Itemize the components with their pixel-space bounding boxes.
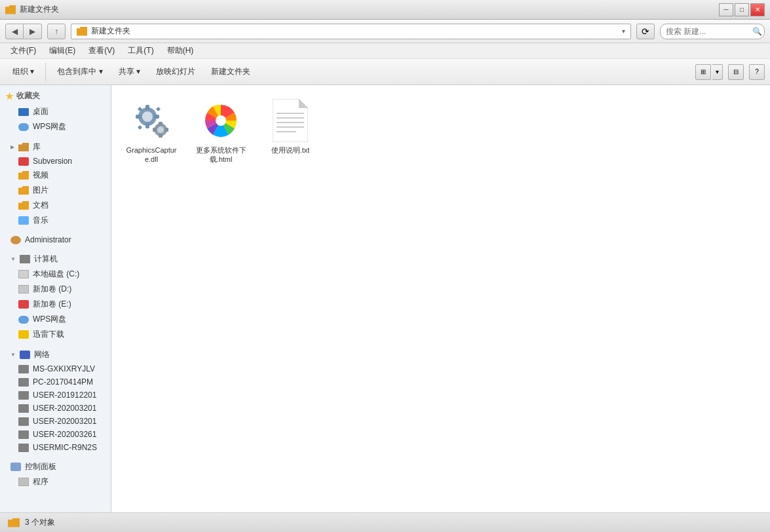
cloud-icon-1: [18, 123, 29, 131]
share-button[interactable]: 共享 ▾: [111, 62, 147, 83]
sidebar-item-net3[interactable]: USER-201912201: [0, 389, 111, 402]
sidebar-drive-e-label: 新加卷 (E:): [33, 299, 71, 310]
up-button[interactable]: ↑: [47, 24, 66, 39]
minimize-button[interactable]: ─: [719, 3, 733, 16]
sidebar-desktop-label: 桌面: [33, 106, 48, 117]
content-area: GraphicsCapture.dll: [111, 85, 770, 512]
net1-icon: [18, 365, 29, 373]
computer-icon: [20, 255, 30, 263]
help-button[interactable]: ?: [749, 64, 765, 80]
forward-button[interactable]: ▶: [24, 24, 42, 39]
close-button[interactable]: ✕: [750, 3, 765, 16]
sidebar-item-thunder[interactable]: 迅雷下载: [0, 327, 111, 342]
star-icon: ★: [5, 91, 14, 102]
net4-icon: [18, 404, 29, 413]
address-bar: ◀ ▶ ↑ 新建文件夹 ▾ ⟳ 🔍: [0, 20, 770, 43]
ctrl-panel-icon: [10, 463, 21, 471]
net3-icon: [18, 391, 29, 400]
sidebar-net1-label: MS-GXKIXRYJLV: [33, 364, 95, 373]
sidebar-item-network[interactable]: ▼ 网络: [0, 347, 111, 362]
dll-icon: [132, 101, 171, 140]
svg-rect-2: [145, 105, 149, 110]
sidebar-library-label: 库: [33, 142, 41, 153]
svg-rect-13: [159, 134, 163, 138]
maximize-button[interactable]: □: [735, 3, 749, 16]
sidebar-wps1-label: WPS网盘: [33, 121, 66, 132]
sidebar: ★ 收藏夹 桌面 WPS网盘 ▶ 库 Subversion: [0, 85, 111, 512]
dll-file-label: GraphicsCapture.dll: [125, 145, 178, 164]
sidebar-item-subversion[interactable]: Subversion: [0, 155, 111, 168]
nav-buttons: ◀ ▶: [5, 24, 42, 39]
slideshow-button[interactable]: 放映幻灯片: [149, 62, 202, 83]
desktop-icon: [18, 108, 29, 116]
sidebar-item-drive-c[interactable]: 本地磁盘 (C:): [0, 267, 111, 282]
svg-rect-5: [154, 115, 159, 119]
net5-icon: [18, 417, 29, 426]
svg-rect-12: [159, 122, 163, 126]
sidebar-music-label: 音乐: [33, 215, 48, 226]
sidebar-item-music[interactable]: 音乐: [0, 213, 111, 228]
address-dropdown-icon[interactable]: ▾: [622, 28, 625, 35]
file-item-txt[interactable]: 使用说明.txt: [261, 96, 320, 167]
back-button[interactable]: ◀: [5, 24, 24, 39]
toolbar-separator-1: [45, 63, 46, 81]
sidebar-item-ctrl-panel[interactable]: 控制面板: [0, 459, 111, 474]
sidebar-item-program[interactable]: 程序: [0, 474, 111, 489]
svg-rect-3: [145, 123, 149, 128]
sidebar-network-label: 网络: [34, 349, 50, 360]
file-item-dll[interactable]: GraphicsCapture.dll: [122, 96, 181, 167]
favorites-header[interactable]: ★ 收藏夹: [0, 88, 111, 104]
include-library-button[interactable]: 包含到库中 ▾: [50, 62, 109, 83]
sidebar-item-admin[interactable]: Administrator: [0, 233, 111, 246]
new-folder-button[interactable]: 新建文件夹: [204, 62, 258, 83]
sidebar-item-net5[interactable]: USER-202003201: [0, 415, 111, 428]
admin-icon: [10, 236, 21, 244]
sidebar-item-video[interactable]: 视频: [0, 168, 111, 183]
search-wrapper: 🔍: [660, 24, 765, 39]
address-field[interactable]: 新建文件夹 ▾: [71, 24, 631, 39]
search-input[interactable]: [660, 24, 765, 39]
details-pane-button[interactable]: ⊟: [728, 64, 744, 80]
svg-rect-4: [136, 115, 141, 119]
sidebar-item-library[interactable]: ▶ 库: [0, 140, 111, 155]
menu-tools[interactable]: 工具(T): [123, 44, 159, 58]
file-item-html[interactable]: 更多系统软件下载.html: [191, 96, 250, 167]
menu-edit[interactable]: 编辑(E): [44, 44, 81, 58]
address-folder-icon: [77, 27, 87, 36]
search-button[interactable]: 🔍: [752, 27, 762, 36]
sidebar-item-computer[interactable]: ▼ 计算机: [0, 252, 111, 267]
sidebar-item-desktop[interactable]: 桌面: [0, 104, 111, 119]
view-mode-button[interactable]: ⊞: [695, 64, 711, 80]
sidebar-item-net1[interactable]: MS-GXKIXRYJLV: [0, 362, 111, 375]
sidebar-item-net2[interactable]: PC-20170414PM: [0, 375, 111, 389]
sidebar-item-picture[interactable]: 图片: [0, 183, 111, 198]
menu-view[interactable]: 查看(V): [83, 44, 120, 58]
refresh-button[interactable]: ⟳: [636, 24, 655, 39]
txt-file-label: 使用说明.txt: [271, 145, 310, 155]
sidebar-item-doc[interactable]: 文档: [0, 198, 111, 213]
sidebar-subversion-label: Subversion: [33, 157, 72, 166]
library-expand-icon: ▶: [10, 144, 14, 150]
sidebar-net5-label: USER-202003201: [33, 417, 96, 426]
network-expand-icon: ▼: [10, 352, 16, 358]
sidebar-item-net6[interactable]: USER-202003261: [0, 428, 111, 441]
sidebar-item-wps1[interactable]: WPS网盘: [0, 119, 111, 134]
menu-file[interactable]: 文件(F): [5, 44, 41, 58]
sidebar-item-net4[interactable]: USER-202003201: [0, 402, 111, 415]
computer-expand-icon: ▼: [10, 256, 16, 262]
network-icon: [20, 351, 30, 359]
thunder-icon: [18, 330, 29, 339]
net2-icon: [18, 378, 29, 387]
view-dropdown-button[interactable]: ▾: [712, 64, 723, 80]
sidebar-item-wps2[interactable]: WPS网盘: [0, 312, 111, 327]
title-bar-left: 新建文件夹: [5, 4, 59, 15]
organize-button[interactable]: 组织 ▾: [5, 62, 41, 83]
sidebar-program-label: 程序: [33, 476, 48, 487]
sidebar-item-net7[interactable]: USERMIC-R9N2S: [0, 441, 111, 454]
title-buttons: ─ □ ✕: [719, 3, 765, 16]
sidebar-item-drive-d[interactable]: 新加卷 (D:): [0, 282, 111, 297]
sidebar-item-drive-e[interactable]: 新加卷 (E:): [0, 297, 111, 312]
sidebar-computer-label: 计算机: [34, 254, 58, 265]
favorites-section: ★ 收藏夹 桌面 WPS网盘: [0, 85, 111, 137]
menu-help[interactable]: 帮助(H): [162, 44, 199, 58]
